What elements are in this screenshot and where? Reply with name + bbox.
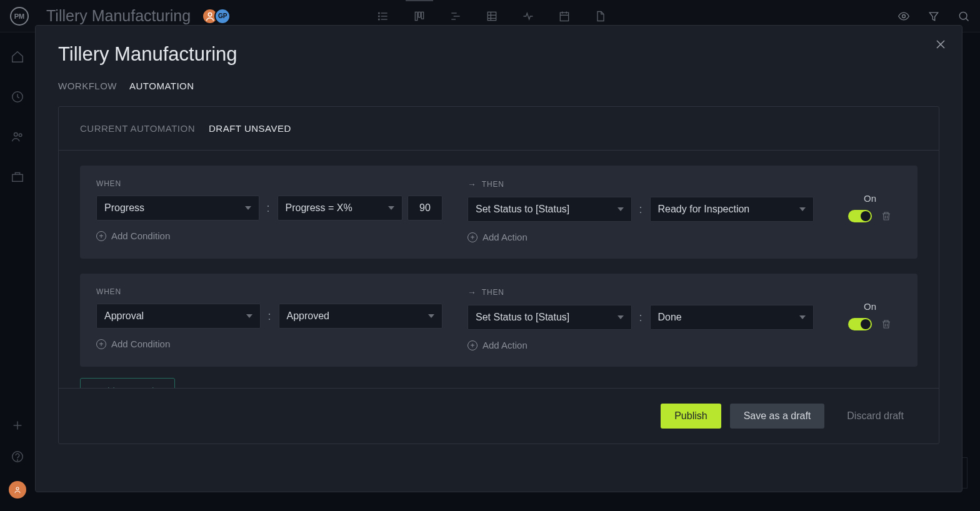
help-icon[interactable] xyxy=(11,450,24,464)
discard-draft-button[interactable]: Discard draft xyxy=(833,404,918,429)
then-value-select[interactable]: Done xyxy=(650,305,814,330)
automation-card-2: WHEN Approval : Approved +Add Condition … xyxy=(80,274,918,367)
when-label: WHEN xyxy=(96,287,442,296)
plus-circle-icon: + xyxy=(468,232,478,242)
modal-title: Tillery Manufacturing xyxy=(58,43,939,66)
modal-tabs: WORKFLOW AUTOMATION xyxy=(58,81,939,91)
toggle-column: On xyxy=(839,179,901,242)
chevron-down-icon xyxy=(618,315,624,319)
when-field-select[interactable]: Approval xyxy=(96,304,261,329)
calendar-view-icon[interactable] xyxy=(558,10,571,22)
on-label: On xyxy=(864,301,876,312)
colon: : xyxy=(268,310,271,323)
view-switcher xyxy=(377,10,607,22)
filter-icon[interactable] xyxy=(928,10,940,22)
list-view-icon[interactable] xyxy=(377,10,389,22)
colon: : xyxy=(639,203,642,216)
tab-automation[interactable]: AUTOMATION xyxy=(129,81,194,91)
briefcase-icon[interactable] xyxy=(11,170,24,184)
then-action-select[interactable]: Set Status to [Status] xyxy=(468,197,632,222)
svg-point-26 xyxy=(14,133,18,137)
chevron-down-icon xyxy=(246,314,252,318)
svg-point-27 xyxy=(19,134,22,137)
left-rail xyxy=(0,32,35,511)
avatar-2[interactable]: GP xyxy=(214,8,231,24)
search-icon[interactable] xyxy=(958,10,970,22)
sheet-view-icon[interactable] xyxy=(486,10,498,22)
svg-rect-8 xyxy=(418,12,420,17)
when-label: WHEN xyxy=(96,179,442,188)
chevron-down-icon xyxy=(428,314,434,318)
svg-line-24 xyxy=(966,18,968,21)
svg-rect-28 xyxy=(12,174,23,181)
automation-toggle[interactable] xyxy=(848,210,872,222)
gantt-view-icon[interactable] xyxy=(449,10,462,22)
then-action-select[interactable]: Set Status to [Status] xyxy=(468,305,632,330)
home-icon[interactable] xyxy=(11,50,24,64)
board-view-icon[interactable] xyxy=(413,10,426,22)
member-avatars[interactable]: GP xyxy=(202,8,227,24)
svg-point-32 xyxy=(18,460,18,460)
then-label: →THEN xyxy=(468,179,814,189)
trash-icon[interactable] xyxy=(881,318,892,330)
svg-point-6 xyxy=(379,19,380,20)
when-field-select[interactable]: Progress xyxy=(96,196,259,221)
svg-point-0 xyxy=(208,12,212,16)
colon: : xyxy=(639,311,642,324)
close-icon[interactable] xyxy=(933,37,948,52)
chevron-down-icon xyxy=(388,206,394,210)
arrow-right-icon: → xyxy=(468,287,477,297)
when-column: WHEN Progress : Progress = X% 90 +Add Co… xyxy=(96,179,442,242)
save-draft-button[interactable]: Save as a draft xyxy=(730,404,825,429)
chevron-down-icon xyxy=(799,207,806,211)
svg-rect-7 xyxy=(415,12,417,20)
panel-footer: Publish Save as a draft Discard draft xyxy=(59,388,939,444)
when-operator-select[interactable]: Progress = X% xyxy=(278,196,403,221)
svg-point-33 xyxy=(16,487,19,490)
when-operator-select[interactable]: Approved xyxy=(279,304,443,329)
then-value-select[interactable]: Ready for Inspection xyxy=(650,197,814,222)
recent-icon[interactable] xyxy=(11,90,24,104)
automation-card-1: WHEN Progress : Progress = X% 90 +Add Co… xyxy=(80,166,918,259)
chevron-down-icon xyxy=(618,207,624,211)
svg-point-23 xyxy=(959,12,967,19)
on-label: On xyxy=(864,193,876,204)
automation-modal: Tillery Manufacturing WORKFLOW AUTOMATIO… xyxy=(35,25,962,492)
arrow-right-icon: → xyxy=(468,179,477,189)
add-condition-button[interactable]: +Add Condition xyxy=(96,339,442,349)
tab-workflow[interactable]: WORKFLOW xyxy=(58,81,117,91)
svg-rect-9 xyxy=(421,12,423,19)
topbar-right xyxy=(898,10,970,22)
add-action-button[interactable]: +Add Action xyxy=(468,340,814,350)
add-automation-button[interactable]: + Add Automation xyxy=(80,378,175,388)
svg-point-21 xyxy=(902,14,906,17)
panel-tabs: CURRENT AUTOMATION DRAFT UNSAVED xyxy=(59,107,939,151)
tab-draft-unsaved[interactable]: DRAFT UNSAVED xyxy=(209,123,291,134)
svg-rect-17 xyxy=(560,12,568,21)
project-title: Tillery Manufacturing xyxy=(46,7,191,25)
eye-icon[interactable] xyxy=(898,10,910,22)
then-column: →THEN Set Status to [Status] : Ready for… xyxy=(468,179,814,242)
add-action-button[interactable]: +Add Action xyxy=(468,232,814,242)
tab-current-automation[interactable]: CURRENT AUTOMATION xyxy=(80,123,195,134)
publish-button[interactable]: Publish xyxy=(661,404,721,429)
when-value-input[interactable]: 90 xyxy=(408,196,442,221)
automation-toggle[interactable] xyxy=(848,318,872,330)
toggle-column: On xyxy=(839,287,901,350)
app-logo[interactable]: PM xyxy=(10,7,29,26)
add-condition-button[interactable]: +Add Condition xyxy=(96,231,442,241)
team-icon[interactable] xyxy=(11,130,24,144)
svg-marker-22 xyxy=(929,12,938,20)
chevron-down-icon xyxy=(245,206,251,210)
user-avatar[interactable] xyxy=(9,481,26,499)
svg-point-4 xyxy=(379,12,380,14)
add-icon[interactable] xyxy=(11,419,24,432)
activity-view-icon[interactable] xyxy=(522,10,534,22)
trash-icon[interactable] xyxy=(881,210,892,222)
then-label: →THEN xyxy=(468,287,814,297)
then-column: →THEN Set Status to [Status] : Done +Add… xyxy=(468,287,814,350)
files-view-icon[interactable] xyxy=(594,10,607,22)
plus-circle-icon: + xyxy=(468,340,478,350)
when-column: WHEN Approval : Approved +Add Condition xyxy=(96,287,442,350)
colon: : xyxy=(267,202,270,215)
